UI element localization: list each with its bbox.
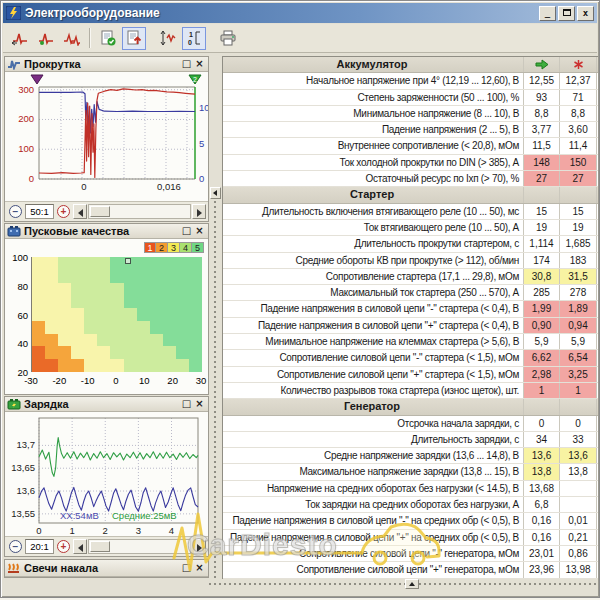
table-row[interactable]: Степень заряженности (50 ... 100), %9371 xyxy=(223,90,598,106)
heatmap-cell xyxy=(110,257,124,270)
svg-text:200: 200 xyxy=(18,113,34,124)
panel-maximize-icon[interactable]: □ xyxy=(180,58,193,71)
print-button[interactable] xyxy=(216,27,240,50)
table-row[interactable]: Начальное напряжение при 4° (12,19 ... 1… xyxy=(223,73,598,89)
scroll-left-button[interactable] xyxy=(73,204,87,219)
scroll-right-button[interactable] xyxy=(192,539,206,554)
heatmap-cell xyxy=(150,295,164,308)
report-export-button[interactable] xyxy=(122,27,146,50)
table-row[interactable]: Сопротивление силовой цепи "+" стартера … xyxy=(223,367,598,383)
table-row[interactable]: Падение напряжения в силовой цепи "+" на… xyxy=(223,530,598,546)
table-row[interactable]: Сопротивление силовой цепи "+" генератор… xyxy=(223,562,598,578)
zaryadka-chart[interactable]: 13,713,6513,613,5501234ХХ:54мВСредние:25… xyxy=(5,413,208,538)
waveform-start-button[interactable] xyxy=(34,27,58,50)
panel-close-icon[interactable]: × xyxy=(193,225,206,238)
panel-maximize-icon[interactable]: □ xyxy=(180,398,193,411)
panel-close-icon[interactable]: × xyxy=(193,398,206,411)
table-row[interactable]: Падение напряжения в силовой цепи "-" на… xyxy=(223,513,598,529)
heatmap-x-tick: 20 xyxy=(158,375,188,386)
starting-quality-heatmap[interactable] xyxy=(31,257,201,372)
heatmap-cell xyxy=(110,283,124,296)
table-row[interactable]: Длительность включения втягивающего реле… xyxy=(223,204,598,220)
prokrutka-chart[interactable]: 23002001000105000,016 xyxy=(5,73,208,201)
panel-prokrutka-titlebar[interactable]: Прокрутка □ × xyxy=(5,57,208,72)
value-cell-1: 0,16 xyxy=(524,530,560,545)
measurement-table[interactable]: АккумуляторНачальное напряжение при 4° (… xyxy=(222,56,598,579)
value-cell-2: 150 xyxy=(560,155,597,170)
row-label: Минимальное напряжение на клеммах старте… xyxy=(223,334,524,349)
app-window: Электрооборудование _ x 10 Прокрутка □ ×… xyxy=(0,0,600,598)
table-row[interactable]: Напряжение на средних оборотах без нагру… xyxy=(223,481,598,497)
minimize-button[interactable]: _ xyxy=(539,6,556,21)
close-button[interactable]: x xyxy=(577,6,594,21)
waveform-cursor-button[interactable] xyxy=(8,27,32,50)
splitter-collapse-button[interactable] xyxy=(405,579,419,589)
table-row[interactable]: Ток зарядки на средних оборотах без нагр… xyxy=(223,497,598,513)
panel-svechi-titlebar[interactable]: Свечи накала □ × xyxy=(5,560,208,577)
heatmap-cell xyxy=(189,346,203,359)
chart-scrollbar[interactable] xyxy=(88,204,191,219)
value-cell-2: 71 xyxy=(560,90,597,105)
report-ok-button[interactable] xyxy=(96,27,120,50)
value-cell-1: 19 xyxy=(524,220,560,235)
panel-maximize-icon[interactable]: □ xyxy=(180,225,193,238)
autoscale-button[interactable] xyxy=(156,27,180,50)
table-row[interactable]: Падение напряжения в силовой цепи "-" ст… xyxy=(223,301,598,317)
vertical-splitter[interactable] xyxy=(209,187,222,579)
table-row[interactable]: Отсрочка начала зарядки, с00 xyxy=(223,416,598,432)
table-row[interactable]: Внутреннее сопротивление (< 20,8), мОм11… xyxy=(223,138,598,154)
table-row[interactable]: Ток втягивающего реле (10 ... 50), А1919 xyxy=(223,220,598,236)
scroll-left-button[interactable] xyxy=(73,539,87,554)
value-cell-2: 13,8 xyxy=(560,464,597,479)
table-row[interactable]: Минимальное напряжение (8 ... 10), В8,88… xyxy=(223,106,598,122)
zoom-out-button[interactable]: − xyxy=(9,205,22,218)
scrollbar-thumb[interactable] xyxy=(90,206,110,217)
scroll-right-button[interactable] xyxy=(192,204,206,219)
table-row[interactable]: Длительность зарядки, с3433 xyxy=(223,432,598,448)
table-row[interactable]: Падение напряжения в силовой цепи "+" ст… xyxy=(223,318,598,334)
svg-text:0: 0 xyxy=(36,525,41,536)
table-row[interactable]: Остаточный ресурс по Iхп (> 70), %2727 xyxy=(223,171,598,187)
horizontal-splitter[interactable] xyxy=(209,579,598,590)
heatmap-cell xyxy=(58,321,72,334)
window-titlebar[interactable]: Электрооборудование _ x xyxy=(3,3,597,23)
zoom-in-button[interactable]: + xyxy=(57,205,70,218)
table-row[interactable]: Максимальный ток стартера (250 ... 570),… xyxy=(223,285,598,301)
table-row[interactable]: Ток холодной прокрутки по DIN (> 385), А… xyxy=(223,155,598,171)
table-row[interactable]: Сопротивление стартера (17,1 ... 29,8), … xyxy=(223,269,598,285)
panel-close-icon[interactable]: × xyxy=(193,562,206,575)
section-title: Генератор xyxy=(223,399,524,414)
table-row[interactable]: Сопротивление силовой цепи "-" генератор… xyxy=(223,546,598,562)
splitter-collapse-button[interactable] xyxy=(210,187,221,199)
panel-zaryadka-titlebar[interactable]: Зарядка □ × xyxy=(5,397,208,412)
svg-text:2: 2 xyxy=(103,525,108,536)
heatmap-cell xyxy=(150,334,164,347)
table-row[interactable]: Падение напряжения (2 ... 5), В3,773,60 xyxy=(223,122,598,138)
panel-prokrutka: Прокрутка □ × 23002001000105000,016 − 50… xyxy=(4,56,209,222)
panel-puskovye-titlebar[interactable]: Пусковые качества □ × xyxy=(5,224,208,239)
heatmap-cell xyxy=(97,270,111,283)
scrollbar-thumb[interactable] xyxy=(90,541,110,552)
panel-maximize-icon[interactable]: □ xyxy=(180,562,193,575)
table-row[interactable]: Длительность прокрутки стартером, с1,114… xyxy=(223,236,598,252)
row-label: Количество разрывов тока стартера (износ… xyxy=(223,383,524,398)
heatmap-cell xyxy=(84,321,98,334)
chart-scrollbar[interactable] xyxy=(88,539,191,554)
value-cell-2: 0,86 xyxy=(560,546,597,561)
heatmap-cell xyxy=(84,295,98,308)
table-row[interactable]: Средние обороты КВ при прокрутке (> 112)… xyxy=(223,253,598,269)
table-row[interactable]: Максимальное напряжение зарядки (13,8 ..… xyxy=(223,464,598,480)
table-row[interactable]: Количество разрывов тока стартера (износ… xyxy=(223,383,598,399)
panel-close-icon[interactable]: × xyxy=(193,58,206,71)
zoom-out-button[interactable]: − xyxy=(9,540,22,553)
table-row[interactable]: Минимальное напряжение на клеммах старте… xyxy=(223,334,598,350)
heatmap-cell xyxy=(163,270,177,283)
zoom-in-button[interactable]: + xyxy=(57,540,70,553)
waveform-double-button[interactable] xyxy=(60,27,84,50)
heatmap-y-tick: 80 xyxy=(5,281,28,292)
heatmap-cell xyxy=(176,334,190,347)
digital-values-button[interactable]: 10 xyxy=(182,27,206,50)
maximize-button[interactable] xyxy=(558,6,575,21)
table-row[interactable]: Средне напряжение зарядки (13,6 ... 14,8… xyxy=(223,448,598,464)
table-row[interactable]: Сопротивление силовой цепи "-" стартера … xyxy=(223,350,598,366)
